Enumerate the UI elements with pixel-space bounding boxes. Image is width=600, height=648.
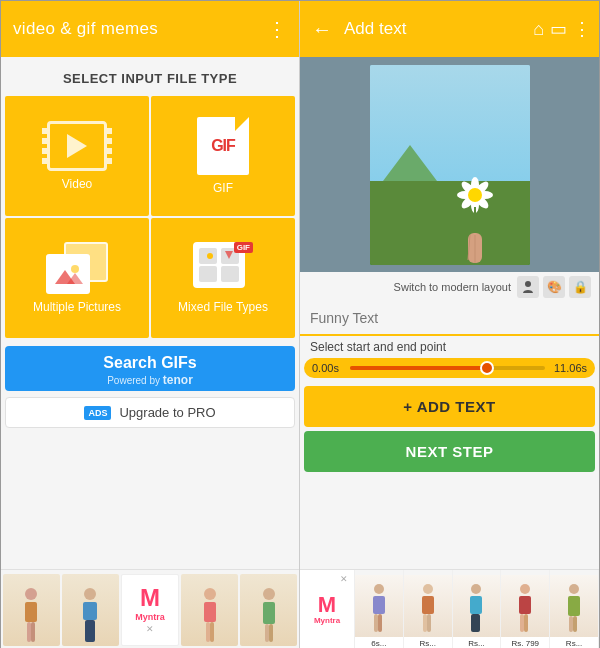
ad-thumb-3 [181, 574, 238, 646]
mixed-icon: GIF [193, 242, 253, 294]
svg-rect-18 [204, 602, 216, 622]
fashion-fig-1 [355, 575, 403, 637]
grid-item-video[interactable]: Video [5, 96, 149, 216]
ad-thumb-myntra: M Myntra ✕ [121, 574, 180, 646]
svg-rect-22 [263, 602, 275, 624]
right-ad-thumb-1: 6s... [355, 570, 404, 649]
next-step-button[interactable]: NEXT STEP [304, 431, 595, 472]
right-ad-price-3: Rs... [453, 637, 501, 649]
left-ad-strip: M Myntra ✕ [1, 569, 299, 648]
svg-rect-55 [568, 596, 580, 616]
svg-point-39 [374, 584, 384, 594]
myntra-word: Myntra [314, 616, 340, 625]
slider-start-time: 0.00s [312, 362, 344, 374]
slider-fill [350, 366, 487, 370]
upgrade-pro-button[interactable]: ADS Upgrade to PRO [5, 397, 295, 428]
right-menu-icon[interactable]: ⋮ [573, 18, 591, 40]
svg-rect-49 [471, 614, 480, 632]
mountain-svg [53, 262, 83, 286]
left-panel: video & gif memes ⋮ SELECT INPUT FILE TY… [1, 1, 300, 648]
myntra-m-logo: M [318, 594, 336, 616]
fashion-figure-2 [62, 574, 119, 646]
layout-icon-person[interactable] [517, 276, 539, 298]
app-title: video & gif memes [13, 19, 158, 39]
svg-rect-24 [269, 624, 273, 642]
svg-rect-6 [199, 266, 217, 282]
svg-point-8 [207, 253, 213, 259]
film-icon [47, 121, 107, 171]
svg-rect-23 [265, 624, 269, 642]
ads-badge: ADS [84, 406, 111, 420]
home-icon[interactable]: ⌂ [533, 19, 544, 40]
svg-rect-53 [524, 614, 528, 632]
upgrade-text: Upgrade to PRO [119, 405, 215, 420]
right-panel-title: Add text [344, 19, 525, 39]
modern-layout-row: Switch to modern layout 🎨 🔒 [300, 272, 599, 302]
select-input-label: SELECT INPUT FILE TYPE [1, 57, 299, 96]
right-ad-price-1: 6s... [355, 637, 403, 649]
grid-item-multiple-pictures[interactable]: Multiple Pictures [5, 218, 149, 338]
close-x-left[interactable]: ✕ [146, 624, 154, 634]
svg-rect-56 [569, 616, 573, 632]
multiple-pictures-label: Multiple Pictures [33, 300, 121, 314]
svg-point-21 [263, 588, 275, 600]
search-gifs-label: Search GIFs [5, 354, 295, 372]
svg-rect-12 [27, 622, 31, 642]
gif-badge: GIF [234, 242, 253, 253]
add-text-button[interactable]: + ADD TEXT [304, 386, 595, 427]
ad-thumb-4 [240, 574, 297, 646]
layout-icon-paint[interactable]: 🎨 [543, 276, 565, 298]
play-triangle-icon [67, 134, 87, 158]
video-label: Video [62, 177, 92, 191]
svg-point-14 [84, 588, 96, 600]
svg-rect-16 [85, 620, 95, 642]
grid-item-gif[interactable]: GIF GIF [151, 96, 295, 216]
right-panel: ← Add text ⌂ ▭ ⋮ [300, 1, 599, 648]
ad-thumb-1 [3, 574, 60, 646]
right-ad-thumb-5: Rs... [550, 570, 599, 649]
flower-image [370, 65, 530, 265]
mountain-shape [380, 145, 440, 185]
image-preview [300, 57, 599, 272]
screen-icon[interactable]: ▭ [550, 18, 567, 40]
mixed-label: Mixed File Types [178, 300, 268, 314]
slider-track[interactable] [350, 366, 545, 370]
right-ad-price-5: Rs... [550, 637, 598, 649]
myntra-label: Myntra [135, 612, 165, 622]
right-ad-thumb-2: Rs... [404, 570, 453, 649]
fashion-figure-1 [3, 574, 60, 646]
svg-point-33 [468, 188, 482, 202]
svg-rect-13 [31, 622, 35, 642]
pic-front [46, 254, 90, 294]
svg-point-43 [423, 584, 433, 594]
svg-rect-15 [83, 602, 97, 620]
hand-with-flower [450, 175, 500, 265]
left-menu-icon[interactable]: ⋮ [267, 17, 287, 41]
modern-layout-label: Switch to modern layout [394, 281, 511, 293]
fashion-fig-5 [550, 575, 598, 637]
ad-thumb-2 [62, 574, 119, 646]
right-ad-thumb-4: Rs. 799 [501, 570, 550, 649]
myntra-icon: M [140, 586, 160, 610]
back-button[interactable]: ← [308, 14, 336, 45]
search-gifs-button[interactable]: Search GIFs Powered by tenor [5, 346, 295, 391]
myntra-banner: M Myntra ✕ [300, 570, 355, 649]
close-x-right[interactable]: ✕ [340, 574, 348, 584]
svg-rect-20 [210, 622, 214, 642]
funny-text-input[interactable] [310, 306, 589, 330]
slider-thumb[interactable] [480, 361, 494, 375]
right-ad-thumbs: 6s... Rs... [355, 570, 599, 649]
right-ad-strip: M Myntra ✕ 6s... [300, 569, 599, 648]
svg-rect-11 [25, 602, 37, 622]
fashion-fig-2 [404, 575, 452, 637]
grid-item-mixed[interactable]: GIF Mixed File Types [151, 218, 295, 338]
layout-icon-lock[interactable]: 🔒 [569, 276, 591, 298]
svg-rect-42 [378, 614, 382, 632]
svg-rect-48 [470, 596, 482, 614]
svg-rect-46 [427, 614, 431, 632]
pics-icon [46, 242, 108, 294]
svg-rect-40 [373, 596, 385, 614]
svg-point-1 [71, 265, 79, 273]
svg-rect-51 [519, 596, 531, 614]
start-end-label: Select start and end point [300, 336, 599, 358]
